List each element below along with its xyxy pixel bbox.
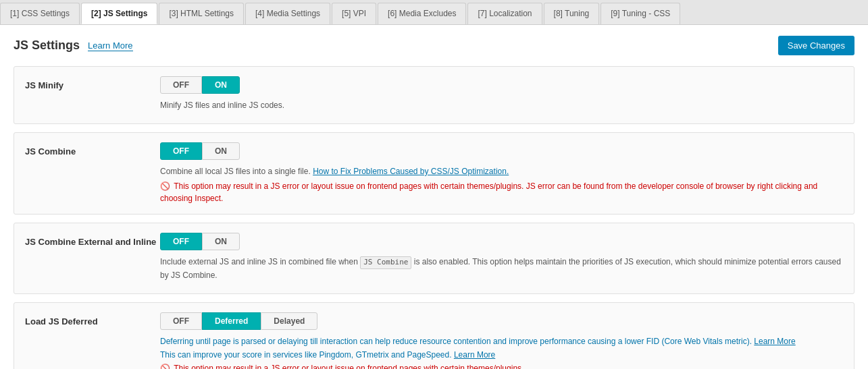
tab-tuning-css[interactable]: [9] Tuning - CSS <box>601 3 680 24</box>
load-js-deferred-control: OFF Deferred Delayed Deferring until pag… <box>160 312 843 370</box>
learn-more-link[interactable]: Learn More <box>88 40 132 51</box>
warning-icon2: 🚫 <box>160 362 170 370</box>
page-title: JS Settings <box>14 38 80 53</box>
tab-bar: [1] CSS Settings [2] JS Settings [3] HTM… <box>0 0 868 25</box>
load-js-learn-more-link1[interactable]: Learn More <box>754 337 795 346</box>
warning-icon: 🚫 <box>160 180 170 192</box>
js-combine-description: Combine all local JS files into a single… <box>160 165 843 177</box>
js-minify-label: JS Minify <box>25 76 160 90</box>
load-js-learn-more-link2[interactable]: Learn More <box>454 350 495 360</box>
js-combine-external-description: Include external JS and inline JS in com… <box>160 256 843 281</box>
load-js-deferred-warning: 🚫 This option may result in a JS error o… <box>160 362 843 370</box>
tab-tuning[interactable]: [8] Tuning <box>544 3 600 24</box>
load-js-deferred-button[interactable]: Deferred <box>202 312 261 330</box>
tab-media-settings[interactable]: [4] Media Settings <box>245 3 330 24</box>
tab-localization[interactable]: [7] Localization <box>467 3 542 24</box>
tab-css-settings[interactable]: [1] CSS Settings <box>0 3 80 24</box>
js-minify-off-button[interactable]: OFF <box>160 76 202 94</box>
js-combine-ext-on-button[interactable]: ON <box>202 233 240 250</box>
js-combine-badge: JS Combine <box>360 256 411 269</box>
js-combine-external-label: JS Combine External and Inline <box>25 233 160 247</box>
js-minify-on-button[interactable]: ON <box>202 76 240 94</box>
load-js-deferred-section: Load JS Deferred OFF Deferred Delayed De… <box>14 302 854 370</box>
js-combine-ext-off-button[interactable]: OFF <box>160 233 202 250</box>
load-js-delayed-button[interactable]: Delayed <box>261 312 317 330</box>
js-combine-on-button[interactable]: ON <box>202 142 240 160</box>
page-header: JS Settings Learn More Save Changes <box>14 36 854 55</box>
tab-js-settings[interactable]: [2] JS Settings <box>81 3 157 24</box>
js-minify-control: OFF ON Minify JS files and inline JS cod… <box>160 76 843 114</box>
tab-media-excludes[interactable]: [6] Media Excludes <box>378 3 466 24</box>
js-combine-fix-link[interactable]: How to Fix Problems Caused by CSS/JS Opt… <box>313 167 509 176</box>
load-js-off-button[interactable]: OFF <box>160 312 202 330</box>
tab-vpi[interactable]: [5] VPI <box>332 3 376 24</box>
load-js-info1: Deferring until page is parsed or delayi… <box>160 335 843 347</box>
tab-html-settings[interactable]: [3] HTML Settings <box>159 3 244 24</box>
js-combine-warning: 🚫 This option may result in a JS error o… <box>160 180 843 204</box>
js-combine-external-section: JS Combine External and Inline OFF ON In… <box>14 223 854 294</box>
save-changes-button-top[interactable]: Save Changes <box>778 36 854 55</box>
load-js-info2: This can improve your score in services … <box>160 349 843 361</box>
js-combine-label: JS Combine <box>25 142 160 157</box>
js-combine-external-control: OFF ON Include external JS and inline JS… <box>160 233 843 284</box>
load-js-deferred-label: Load JS Deferred <box>25 312 160 327</box>
js-combine-section: JS Combine OFF ON Combine all local JS f… <box>14 132 854 215</box>
js-minify-section: JS Minify OFF ON Minify JS files and inl… <box>14 66 854 124</box>
js-combine-control: OFF ON Combine all local JS files into a… <box>160 142 843 204</box>
js-minify-description: Minify JS files and inline JS codes. <box>160 99 843 111</box>
js-combine-off-button[interactable]: OFF <box>160 142 202 160</box>
